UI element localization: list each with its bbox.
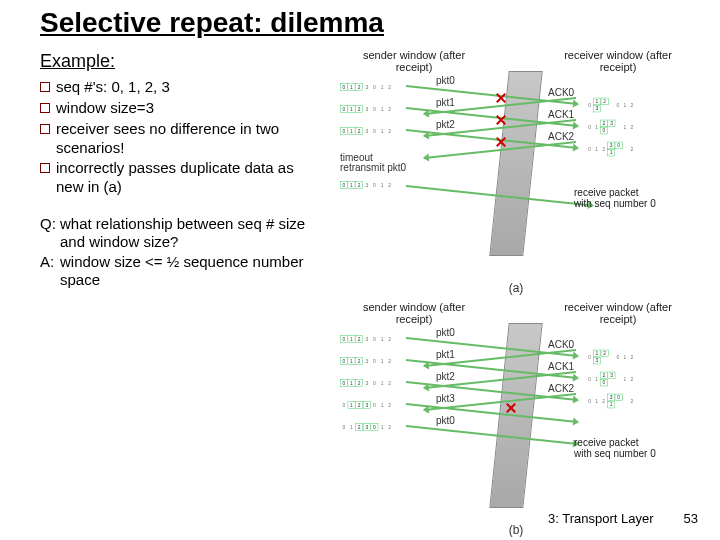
figure-b: sender window (after receipt) receiver w… — [336, 303, 696, 523]
pkt-label: pkt1 — [436, 349, 455, 360]
content-row: Example: seq #'s: 0, 1, 2, 3 window size… — [40, 51, 696, 537]
sender-header: sender window (after receipt) — [344, 301, 484, 325]
sender-header: sender window (after receipt) — [344, 49, 484, 73]
receiver-header: receiver window (after receipt) — [548, 49, 688, 73]
pkt-label: pkt0 — [436, 415, 455, 426]
receiver-note: receive packet with seq number 0 — [574, 437, 694, 459]
q-label: Q: — [40, 215, 56, 251]
pkt-label: pkt0 — [436, 327, 455, 338]
qa-block: Q:what relationship between seq # size a… — [40, 215, 320, 289]
bullet-text: seq #'s: 0, 1, 2, 3 — [56, 78, 170, 97]
list-item: incorrectly passes duplicate data as new… — [40, 159, 320, 197]
bullet-icon — [40, 82, 50, 92]
footer: 3: Transport Layer 53 — [548, 511, 698, 526]
q-text: what relationship between seq # size and… — [60, 215, 320, 251]
timeout-label: timeout retransmit pkt0 — [340, 153, 406, 173]
pkt-label: pkt1 — [436, 97, 455, 108]
pkt-label: pkt2 — [436, 371, 455, 382]
pkt-label: pkt3 — [436, 393, 455, 404]
bullet-icon — [40, 124, 50, 134]
footer-page: 53 — [684, 511, 698, 526]
loss-x-icon — [506, 403, 516, 413]
left-column: Example: seq #'s: 0, 1, 2, 3 window size… — [40, 51, 320, 537]
diagram-area: sender window (after receipt) receiver w… — [336, 51, 696, 537]
pkt-label: pkt0 — [436, 75, 455, 86]
answer: A:window size <= ½ sequence number space — [40, 253, 320, 289]
caption-a: (a) — [336, 281, 696, 295]
receiver-row: 0123012 — [586, 133, 696, 165]
receiver-header: receiver window (after receipt) — [548, 301, 688, 325]
question: Q:what relationship between seq # size a… — [40, 215, 320, 251]
receiver-row: 0123012 — [586, 385, 696, 417]
bullet-icon — [40, 163, 50, 173]
list-item: seq #'s: 0, 1, 2, 3 — [40, 78, 320, 97]
list-item: window size=3 — [40, 99, 320, 118]
loss-x-icon — [496, 137, 506, 147]
bullet-list: seq #'s: 0, 1, 2, 3 window size=3 receiv… — [40, 78, 320, 197]
a-label: A: — [40, 253, 56, 289]
bullet-text: receiver sees no difference in two scena… — [56, 120, 320, 158]
list-item: receiver sees no difference in two scena… — [40, 120, 320, 158]
bullet-text: incorrectly passes duplicate data as new… — [56, 159, 320, 197]
loss-x-icon — [496, 93, 506, 103]
bullet-text: window size=3 — [56, 99, 154, 118]
bullet-icon — [40, 103, 50, 113]
figure-a: sender window (after receipt) receiver w… — [336, 51, 696, 281]
page-title: Selective repeat: dilemma — [40, 8, 696, 37]
example-label: Example: — [40, 51, 320, 72]
a-text: window size <= ½ sequence number space — [60, 253, 320, 289]
receiver-note: receive packet with seq number 0 — [574, 187, 694, 209]
pkt-label: pkt2 — [436, 119, 455, 130]
loss-x-icon — [496, 115, 506, 125]
footer-section: 3: Transport Layer — [548, 511, 654, 526]
sender-row: 0123012 — [340, 177, 459, 193]
slide: Selective repeat: dilemma Example: seq #… — [0, 0, 720, 540]
